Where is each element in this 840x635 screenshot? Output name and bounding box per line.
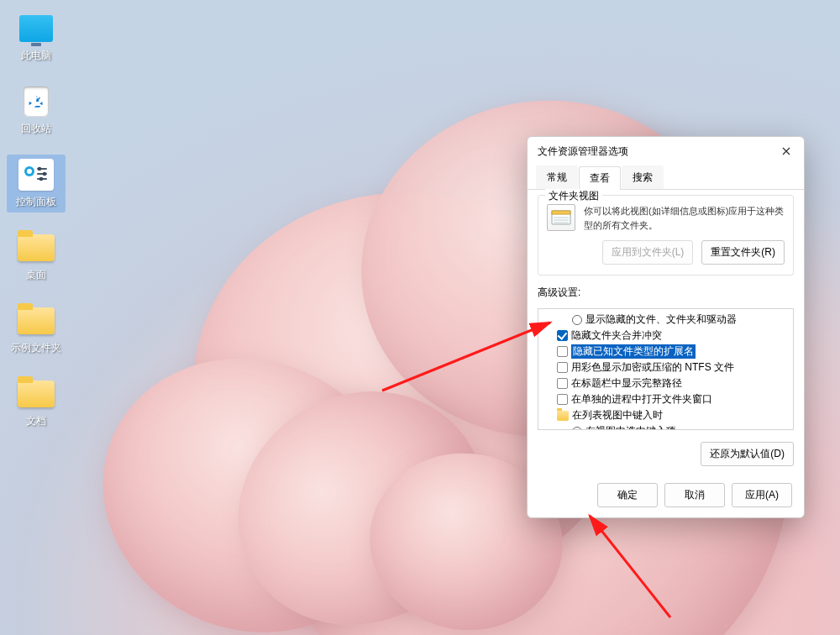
tab-general[interactable]: 常规 [536,165,578,189]
recycle-bin-icon [24,87,49,117]
folder-icon [18,307,55,334]
svg-rect-9 [552,211,570,214]
ok-button[interactable]: 确定 [597,483,658,507]
checkbox-icon [557,394,568,405]
control-panel-icon [18,159,54,191]
folder-view-description: 你可以将此视图(如详细信息或图标)应用于这种类型的所有文件夹。 [584,204,785,232]
apply-to-folders-button[interactable]: 应用到文件夹(L) [602,240,694,265]
svg-point-7 [39,177,44,181]
tree-item-label: 隐藏文件夹合并冲突 [571,328,662,343]
apply-button[interactable]: 应用(A) [732,483,792,507]
desktop-icon-folder-documents[interactable]: 文档 [7,374,66,432]
dialog-title: 文件资源管理器选项 [538,144,775,159]
tab-view[interactable]: 查看 [579,166,621,190]
icon-label: 示例文件夹 [8,341,64,355]
icon-label: 控制面板 [8,195,64,209]
tree-item[interactable]: 在列表视图中键入时 [542,407,790,423]
folder-view-icon [547,204,575,231]
desktop-icon-control-panel[interactable]: 控制面板 [7,155,66,213]
group-title: 文件夹视图 [545,189,602,203]
tree-item-label: 用彩色显示加密或压缩的 NTFS 文件 [571,360,734,375]
desktop-icon-folder-sample[interactable]: 示例文件夹 [7,301,66,359]
tab-search[interactable]: 搜索 [622,165,664,189]
tree-item-label: 在视图中选中键入项 [585,424,676,430]
dialog-footer: 确定 取消 应用(A) [528,475,804,517]
tree-item[interactable]: 隐藏已知文件类型的扩展名 [542,344,790,359]
icon-label: 桌面 [8,268,64,282]
tree-item[interactable]: 在标题栏中显示完整路径 [542,375,790,391]
tree-item[interactable]: 在视图中选中键入项 [542,423,790,430]
restore-defaults-button[interactable]: 还原为默认值(D) [701,442,794,466]
checkbox-icon [557,330,568,341]
advanced-settings-label: 高级设置: [538,286,794,300]
desktop-icons: 此电脑 回收站 控制面板 桌面 示例文件夹 文档 [7,8,82,447]
radio-icon [572,427,582,431]
advanced-settings-tree[interactable]: 显示隐藏的文件、文件夹和驱动器隐藏文件夹合并冲突隐藏已知文件类型的扩展名用彩色显… [538,308,794,430]
icon-label: 此电脑 [8,49,64,63]
svg-point-5 [38,167,42,171]
tree-item[interactable]: 用彩色显示加密或压缩的 NTFS 文件 [542,359,790,375]
icon-label: 回收站 [8,122,64,136]
tree-item-label: 显示隐藏的文件、文件夹和驱动器 [585,312,737,327]
folder-view-group: 文件夹视图 你可以将此视图(如详细信息或图标)应用于这种类型的所有文件夹。 应用… [538,195,794,276]
checkbox-icon [557,378,568,389]
radio-icon [572,315,582,325]
tree-item-label: 隐藏已知文件类型的扩展名 [571,344,696,359]
tree-item[interactable]: 显示隐藏的文件、文件夹和驱动器 [542,312,790,328]
dialog-tabs: 常规 查看 搜索 [528,165,804,190]
dialog-content: 文件夹视图 你可以将此视图(如详细信息或图标)应用于这种类型的所有文件夹。 应用… [528,188,804,475]
close-icon [782,147,790,155]
svg-point-6 [43,172,47,176]
checkbox-icon [557,362,568,373]
desktop-icon-folder-desktop[interactable]: 桌面 [7,228,66,286]
folder-icon [18,234,55,261]
tree-item[interactable]: 在单独的进程中打开文件夹窗口 [542,391,790,407]
folder-icon [18,380,55,407]
tree-item-label: 在单独的进程中打开文件夹窗口 [571,392,712,407]
pc-icon [19,15,53,42]
close-button[interactable] [775,142,797,160]
cancel-button[interactable]: 取消 [664,483,725,507]
dialog-titlebar[interactable]: 文件资源管理器选项 [528,137,804,164]
desktop-icon-recycle-bin[interactable]: 回收站 [7,81,66,139]
checkbox-icon [557,346,568,357]
svg-point-1 [27,169,32,174]
folder-icon [557,411,569,421]
desktop-icon-this-pc[interactable]: 此电脑 [7,8,66,66]
tree-item-label: 在列表视图中键入时 [572,408,663,422]
icon-label: 文档 [8,414,64,428]
tree-item-label: 在标题栏中显示完整路径 [571,376,682,391]
tree-item[interactable]: 隐藏文件夹合并冲突 [542,328,790,344]
reset-folders-button[interactable]: 重置文件夹(R) [701,240,785,265]
folder-options-dialog: 文件资源管理器选项 常规 查看 搜索 文件夹视图 你可以将此视图(如详细信息或图… [527,136,805,518]
